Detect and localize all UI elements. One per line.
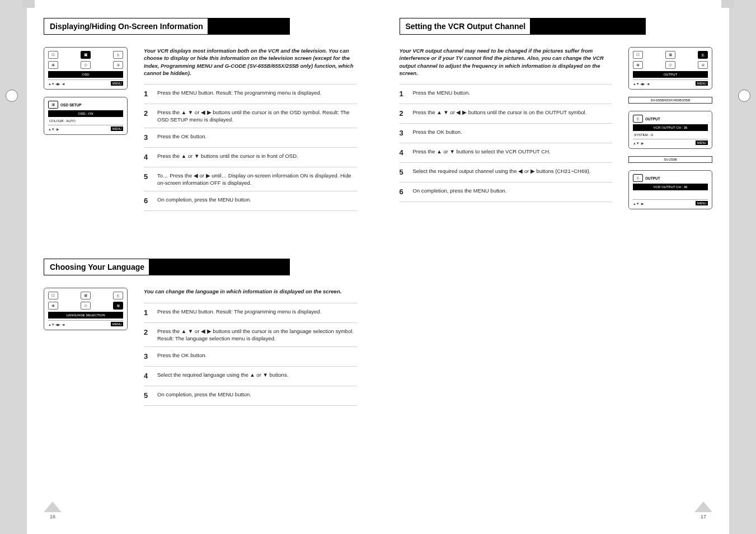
panel-bar-label: OSD <box>48 71 123 78</box>
step: 3Press the OK button. <box>144 346 357 366</box>
page-footer: 17 <box>400 497 713 519</box>
footer-triangle-icon <box>44 502 62 512</box>
step-number: 4 <box>144 371 151 381</box>
panel-bar-label: OUTPUT <box>633 71 708 78</box>
step: 2Press the ▲ ▼ or ◀ ▶ buttons until the … <box>144 322 357 346</box>
page-number: 16 <box>50 514 55 519</box>
panel-keys: ▲▼ ◀▶ : ■ <box>633 82 649 86</box>
screen-panel-grid-lang: ⊡ ▣ ⎘ ◉ ◎ LANGUAGE SELECTION ▲▼ ◀▶ : ■ M… <box>44 288 128 330</box>
step-number: 3 <box>144 133 151 143</box>
step-body: Press the MENU button. Result: The progr… <box>157 308 357 318</box>
step: 1Press the MENU button. Result: The prog… <box>144 84 357 104</box>
panel-title: OUTPUT <box>645 176 660 180</box>
panel-keys: ▲▼ : ▶ <box>633 141 644 145</box>
side-marker-circle <box>6 90 18 102</box>
step-number: 1 <box>400 89 406 99</box>
panel-column: ⊡ ▣ ⎘ ◉ ◎ OUTPUT ▲▼ ◀▶ : ■ MENU <box>628 47 712 209</box>
tape-icon: ◉ <box>48 302 58 310</box>
page-footer: 16 <box>44 497 357 519</box>
language-icon <box>113 61 123 69</box>
step-number: 5 <box>400 167 406 177</box>
section-lead: Your VCR output channel may need to be c… <box>400 47 613 77</box>
audio-icon: ◎ <box>665 61 675 69</box>
panel-keys: ▲▼ : ▶ <box>48 127 59 131</box>
step-body: Press the MENU button. <box>413 89 613 99</box>
step-body: Press the ▲ or ▼ buttons to select the V… <box>413 148 613 158</box>
step-number: 3 <box>144 352 151 362</box>
panel-row: VCR OUTPUT CH : 36 <box>633 184 708 190</box>
osd-icon-selected: ▣ <box>81 51 91 59</box>
body-column: You can change the language in which inf… <box>144 288 357 405</box>
language-icon <box>698 61 708 69</box>
page-left: Displaying/Hiding On-Screen Information … <box>0 0 378 534</box>
step-body: Press the OK button. <box>157 352 357 362</box>
panel-bar-label: LANGUAGE SELECTION <box>48 312 123 318</box>
step-number: 4 <box>144 152 151 162</box>
corner-tab <box>721 0 734 8</box>
output-icon: ⎘ <box>633 174 643 182</box>
page-right: Setting the VCR Output Channel ⊡ ▣ ⎘ ◉ ◎ <box>378 0 757 534</box>
step: 4Select the required language using the … <box>144 366 357 386</box>
step-body: Press the ▲ ▼ or ◀ ▶ buttons until the c… <box>413 109 613 119</box>
step-body: Press the ▲ ▼ or ◀ ▶ buttons until the c… <box>157 327 357 342</box>
output-icon: ⎘ <box>113 292 123 299</box>
step: 5Select the required output channel usin… <box>400 162 613 182</box>
step: 2Press the ▲ ▼ or ◀ ▶ buttons until the … <box>400 104 613 123</box>
screen-panel-grid-output: ⊡ ▣ ⎘ ◉ ◎ OUTPUT ▲▼ ◀▶ : ■ MENU <box>628 47 712 90</box>
body-column: Your VCR output channel may need to be c… <box>400 47 613 209</box>
step: 3Press the OK button. <box>144 128 357 147</box>
panel-row: VCR OUTPUT CH : 36 <box>633 124 708 131</box>
output-icon: ⎘ <box>633 115 643 123</box>
audio-icon: ◎ <box>81 302 91 310</box>
step-number: 1 <box>144 308 151 318</box>
step: 6On completion, press the MENU button. <box>400 182 613 202</box>
step-number: 3 <box>400 128 406 138</box>
step-body: Press the OK button. <box>157 133 357 143</box>
step-body: On completion, press the MENU button. <box>157 196 357 206</box>
osd-icon: ▣ <box>81 292 91 299</box>
screen-panel-output-b: ⎘ OUTPUT VCR OUTPUT CH : 36 ▲▼ : ▶ MENU <box>628 170 712 209</box>
panel-row: OSD : ON <box>48 110 123 117</box>
audio-icon: ◎ <box>81 61 91 69</box>
panel-menu-badge: MENU <box>696 81 708 86</box>
section-title: Displaying/Hiding On-Screen Information <box>44 18 208 34</box>
step: 2Press the ▲ ▼ or ◀ ▶ buttons until the … <box>144 104 357 128</box>
step-body: On completion, press the MENU button. <box>413 187 613 197</box>
content-area: ⊡ ▣ ⎘ ◉ ◎ LANGUAGE SELECTION ▲▼ ◀▶ : ■ M… <box>44 288 357 405</box>
panel-menu-badge: MENU <box>111 127 123 131</box>
language-icon-selected <box>113 302 123 310</box>
step: 5To… Press the ◀ or ▶ until… Display on-… <box>144 167 357 191</box>
section-title-bar: Displaying/Hiding On-Screen Information <box>44 18 290 35</box>
panel-keys: ▲▼ ◀▶ : ■ <box>48 82 64 86</box>
panel-row: SYSTEM : G <box>633 133 708 137</box>
step-number: 6 <box>144 196 151 206</box>
screen-panel-osd-setup: ▣ OSD SETUP OSD : ON COLOUR : AUTO ▲▼ : … <box>44 97 128 135</box>
step-body: Press the MENU button. Result: The progr… <box>157 89 357 99</box>
screen-panel-output-a: ⎘ OUTPUT VCR OUTPUT CH : 36 SYSTEM : G ▲… <box>628 111 712 149</box>
panel-row: COLOUR : AUTO <box>48 119 123 123</box>
body-column: Your VCR displays most information both … <box>144 47 357 211</box>
osd-icon: ▣ <box>48 101 58 109</box>
step: 4Press the ▲ or ▼ buttons until the curs… <box>144 147 357 167</box>
step-number: 1 <box>144 89 151 99</box>
step-body: Press the ▲ or ▼ buttons until the curso… <box>157 152 357 162</box>
content-area: ⊡ ▣ ⎘ ◉ ◎ OSD ▲▼ ◀▶ : ■ MENU <box>44 47 357 211</box>
step-body: On completion, press the MENU button. <box>157 391 357 401</box>
side-marker-circle <box>738 90 750 102</box>
step: 1Press the MENU button. <box>400 84 613 104</box>
clock-icon: ⊡ <box>48 51 58 59</box>
section-title: Choosing Your Language <box>44 259 149 275</box>
document-spread: Displaying/Hiding On-Screen Information … <box>0 0 756 534</box>
step-body: Press the ▲ ▼ or ◀ ▶ buttons until the c… <box>157 109 357 123</box>
panel-caption: SV-250B <box>628 156 712 163</box>
step-number: 2 <box>144 109 151 123</box>
panel-menu-badge: MENU <box>696 140 708 145</box>
step-number: 2 <box>400 109 406 119</box>
panel-menu-badge: MENU <box>111 81 123 86</box>
tape-icon: ◉ <box>48 61 58 69</box>
step: 1Press the MENU button. Result: The prog… <box>144 303 357 322</box>
page-number: 17 <box>701 514 706 519</box>
step: 4Press the ▲ or ▼ buttons to select the … <box>400 143 613 162</box>
step-number: 2 <box>144 327 151 342</box>
step-number: 5 <box>144 172 151 186</box>
